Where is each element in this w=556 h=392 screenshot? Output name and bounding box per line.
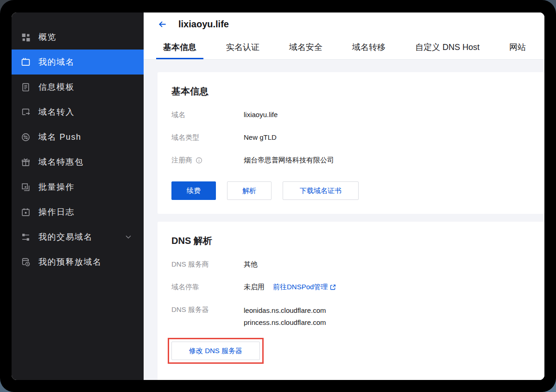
screenshot-backdrop: 概览 我的域名 信息模板 域名转入 [0,0,556,392]
content-area: 基本信息 域名 lixiaoyu.life 域名类型 New gTLD 注 [144,60,544,380]
page-header: lixiaoyu.life 基本信息 实名认证 域名安全 域名转移 自定义 DN… [144,12,544,60]
tab-domain-transfer[interactable]: 域名转移 [345,42,392,59]
sidebar-item-label: 域名转入 [38,106,75,118]
dns-servers-value: leonidas.ns.cloudflare.com princess.ns.c… [244,305,326,329]
dns-server-2: princess.ns.cloudflare.com [244,317,326,329]
row-registrar: 注册商 烟台帝思普网络科技有限公司 [171,155,531,178]
tab-bar: 基本信息 实名认证 域名安全 域名转移 自定义 DNS Host 网站 [144,42,544,60]
sidebar-item-label: 我的预释放域名 [38,256,102,268]
my-domains-icon [21,58,30,67]
row-domain: 域名 lixiaoyu.life [171,110,531,132]
row-label: DNS 服务商 [171,259,244,269]
sidebar-item-label: 操作日志 [38,206,75,218]
sidebar-item-label: 域名 Push [38,131,82,143]
link-text: 前往DNSPod管理 [273,282,328,292]
row-dns-provider: DNS 服务商 其他 [171,259,531,282]
app-window: 概览 我的域名 信息模板 域名转入 [12,12,544,380]
sidebar-item-label: 我的交易域名 [38,231,93,243]
tab-website[interactable]: 网站 [502,42,533,59]
tab-real-name-verification[interactable]: 实名认证 [219,42,266,59]
domain-type-value: New gTLD [244,132,277,143]
tab-basic-info[interactable]: 基本信息 [156,42,203,59]
row-label-text: 注册商 [171,155,192,165]
info-icon[interactable] [196,157,202,164]
domain-parking-value: 未启用前往DNSPod管理 [244,282,336,292]
download-certificate-button[interactable]: 下载域名证书 [283,181,359,200]
sidebar-item-my-domains[interactable]: 我的域名 [12,50,144,75]
chevron-down-icon [126,235,131,239]
info-template-icon [21,83,30,92]
row-label: 域名 [171,110,244,120]
row-label: DNS 服务器 [171,305,244,315]
sidebar-item-my-pre-release-domains[interactable]: 我的预释放域名 [12,249,144,274]
back-arrow-icon[interactable] [158,20,167,29]
domain-push-icon [21,133,30,142]
sidebar-item-info-templates[interactable]: 信息模板 [12,75,144,100]
tab-domain-security[interactable]: 域名安全 [282,42,329,59]
basic-info-card: 基本信息 域名 lixiaoyu.life 域名类型 New gTLD 注 [158,72,544,214]
domain-package-icon [21,158,30,167]
card-title: DNS 解析 [171,235,531,247]
sidebar-item-overview[interactable]: 概览 [12,25,144,50]
main-panel: lixiaoyu.life 基本信息 实名认证 域名安全 域名转移 自定义 DN… [144,12,544,380]
sidebar-item-label: 域名特惠包 [38,156,84,168]
dns-server-1: leonidas.ns.cloudflare.com [244,305,326,317]
my-trade-domains-icon [21,233,30,242]
red-annotation-box: 修改 DNS 服务器 [168,338,264,364]
row-dns-servers: DNS 服务器 leonidas.ns.cloudflare.com princ… [171,305,531,329]
sidebar-item-label: 概览 [38,31,57,43]
page-title: lixiaoyu.life [178,18,229,31]
sidebar-item-domain-transfer-in[interactable]: 域名转入 [12,100,144,124]
row-label: 域名类型 [171,132,244,143]
modify-dns-servers-button[interactable]: 修改 DNS 服务器 [171,342,260,360]
sidebar-item-operation-logs[interactable]: 操作日志 [12,199,144,224]
sidebar-item-label: 信息模板 [38,81,75,93]
operation-logs-icon [21,208,30,217]
domain-transfer-in-icon [21,108,30,117]
registrar-value: 烟台帝思普网络科技有限公司 [244,155,334,165]
sidebar-item-label: 批量操作 [38,181,75,193]
sidebar-item-batch-operations[interactable]: 批量操作 [12,174,144,199]
resolve-button[interactable]: 解析 [227,181,272,200]
batch-operations-icon [21,183,30,192]
row-domain-parking: 域名停靠 未启用前往DNSPod管理 [171,282,531,305]
domain-value: lixiaoyu.life [244,110,278,120]
row-label: 域名停靠 [171,282,244,292]
tab-custom-dns-host[interactable]: 自定义 DNS Host [408,42,486,59]
card-title: 基本信息 [171,85,531,98]
sidebar-item-my-trade-domains[interactable]: 我的交易域名 [12,224,144,249]
sidebar-item-domain-push[interactable]: 域名 Push [12,124,144,149]
renew-button[interactable]: 续费 [171,181,216,200]
sidebar-item-label: 我的域名 [38,56,75,68]
row-label: 注册商 [171,155,244,165]
external-link-icon [330,284,336,290]
dnspod-manage-link[interactable]: 前往DNSPod管理 [273,282,336,292]
dns-resolution-card: DNS 解析 DNS 服务商 其他 域名停靠 未启用前往DNSPod管理 [158,222,544,380]
sidebar-item-domain-deal-package[interactable]: 域名特惠包 [12,149,144,174]
overview-icon [21,33,30,42]
my-pre-release-domains-icon [21,258,30,267]
row-domain-type: 域名类型 New gTLD [171,132,531,155]
dns-provider-value: 其他 [244,259,258,269]
sidebar: 概览 我的域名 信息模板 域名转入 [12,12,144,380]
parking-status: 未启用 [244,283,265,291]
